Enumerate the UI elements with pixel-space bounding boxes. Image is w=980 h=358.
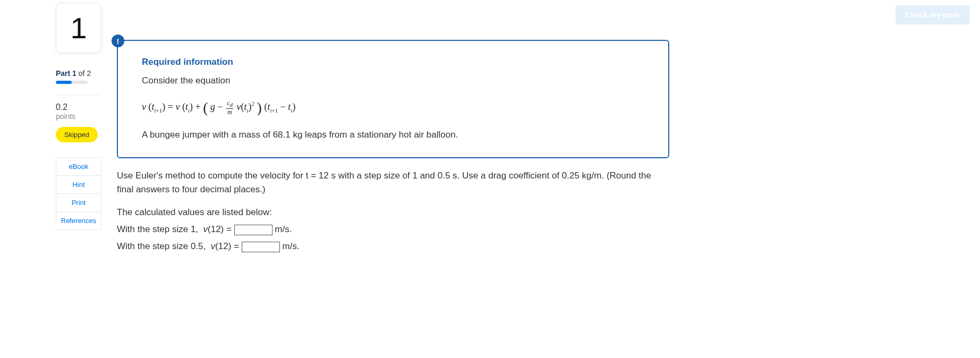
references-link[interactable]: References bbox=[56, 212, 101, 229]
hint-link[interactable]: Hint bbox=[56, 176, 101, 194]
answer2-unit: m/s. bbox=[283, 241, 300, 251]
answer1-unit: m/s. bbox=[275, 224, 292, 234]
page-root: Check my work 1 Part 1 of 2 0.2 points S… bbox=[0, 0, 980, 358]
required-info-title: Required information bbox=[142, 57, 644, 67]
alert-icon: ! bbox=[112, 35, 124, 47]
content-area: ! Required information Consider the equa… bbox=[117, 40, 669, 254]
required-info-card: ! Required information Consider the equa… bbox=[117, 40, 669, 158]
part-progress-fill bbox=[56, 81, 72, 84]
part-total: of 2 bbox=[76, 69, 91, 78]
question-body: Use Euler's method to compute the veloci… bbox=[117, 169, 669, 254]
listed-intro: The calculated values are listed below: bbox=[117, 206, 669, 219]
answer-input-step-0-5[interactable] bbox=[242, 242, 280, 252]
answer-line-2: With the step size 0.5, v(12) = m/s. bbox=[117, 240, 669, 253]
sidebar: 1 Part 1 of 2 0.2 points Skipped eBook H… bbox=[56, 3, 104, 230]
part-indicator: Part 1 of 2 bbox=[56, 69, 104, 78]
print-link[interactable]: Print bbox=[56, 194, 101, 212]
check-my-work-button[interactable]: Check my work bbox=[896, 5, 969, 24]
bungee-text: A bungee jumper with a mass of 68.1 kg l… bbox=[142, 128, 644, 142]
answer-line-1: With the step size 1, v(12) = m/s. bbox=[117, 223, 669, 236]
points-value: 0.2 bbox=[56, 103, 104, 112]
skipped-badge: Skipped bbox=[56, 127, 98, 142]
question-number-card: 1 bbox=[56, 3, 101, 53]
answer2-prefix: With the step size 0.5, v(12) = bbox=[117, 241, 242, 251]
consider-text: Consider the equation bbox=[142, 74, 644, 88]
part-current: Part 1 bbox=[56, 69, 76, 78]
question-prompt: Use Euler's method to compute the veloci… bbox=[117, 169, 669, 197]
equation-display: v (ti+1) = v (ti) + ( g − cdm v(ti)2 ) (… bbox=[142, 99, 644, 116]
part-progress-bar bbox=[56, 81, 88, 84]
ebook-link[interactable]: eBook bbox=[56, 158, 101, 176]
sidebar-divider bbox=[56, 95, 101, 95]
answer-input-step-1[interactable] bbox=[234, 225, 272, 235]
sidebar-links: eBook Hint Print References bbox=[56, 157, 101, 230]
points-label: points bbox=[56, 112, 104, 121]
answer1-prefix: With the step size 1, v(12) = bbox=[117, 224, 234, 234]
